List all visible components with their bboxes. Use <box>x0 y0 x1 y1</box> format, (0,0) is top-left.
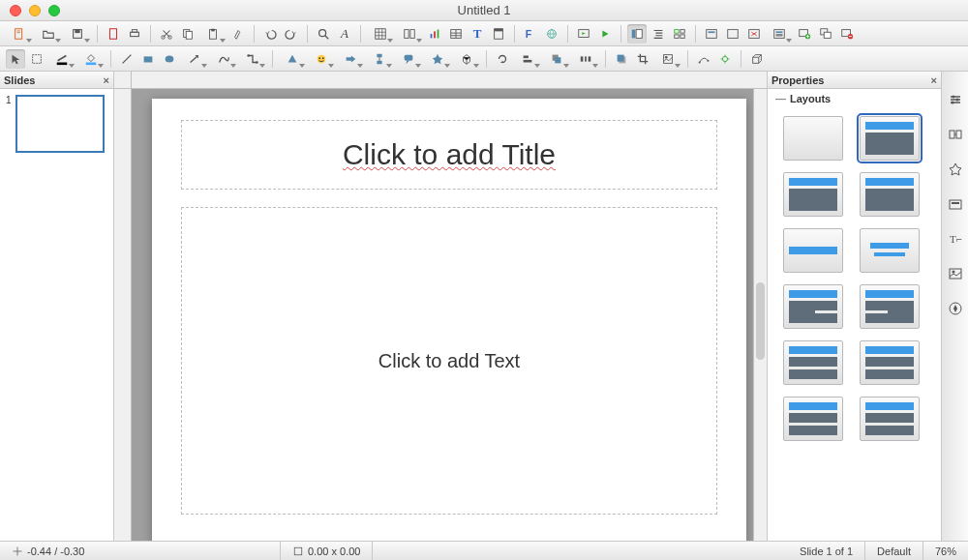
copy-button[interactable] <box>178 24 197 44</box>
vertical-scrollbar[interactable] <box>753 89 767 541</box>
close-window-button[interactable] <box>10 5 21 16</box>
layout-title-content[interactable] <box>860 116 920 161</box>
find-button[interactable] <box>314 24 333 44</box>
basic-shapes-button[interactable] <box>279 49 306 69</box>
clone-format-button[interactable] <box>228 24 248 44</box>
master-use-button[interactable] <box>723 24 742 44</box>
views-outline-button[interactable] <box>649 24 668 44</box>
slide-layout-button[interactable] <box>766 24 793 44</box>
crop-button[interactable] <box>633 49 652 69</box>
line-tool-button[interactable] <box>117 49 136 69</box>
filter-button[interactable] <box>654 49 681 69</box>
layout-two-content-two-header[interactable] <box>860 284 920 329</box>
status-object-size: 0.00 x 0.00 <box>281 542 373 560</box>
status-master-name[interactable]: Default <box>865 542 923 560</box>
master-slide-button[interactable] <box>702 24 721 44</box>
layouts-section-header[interactable]: Layouts <box>768 89 941 108</box>
toggle-points-button[interactable] <box>694 49 713 69</box>
scrollbar-thumb[interactable] <box>756 282 765 360</box>
slides-panel-close-icon[interactable]: × <box>104 74 109 86</box>
ellipse-tool-button[interactable] <box>160 49 179 69</box>
status-zoom[interactable]: 76% <box>923 542 968 560</box>
master-close-button[interactable] <box>744 24 764 44</box>
3d-objects-button[interactable] <box>453 49 480 69</box>
connectors-button[interactable] <box>239 49 266 69</box>
callouts-button[interactable] <box>395 49 422 69</box>
svg-point-82 <box>952 271 954 274</box>
display-grid-button[interactable] <box>367 24 394 44</box>
horizontal-ruler[interactable] <box>132 72 767 89</box>
open-button[interactable] <box>35 24 62 44</box>
save-button[interactable] <box>64 24 91 44</box>
spellcheck-button[interactable]: A <box>335 24 354 44</box>
layout-content-over-two[interactable] <box>783 340 843 385</box>
flowchart-button[interactable] <box>366 49 393 69</box>
layout-centered[interactable] <box>860 228 920 273</box>
paste-button[interactable] <box>199 24 227 44</box>
sidebar-tab-master-icon[interactable] <box>947 195 964 213</box>
vertical-ruler[interactable] <box>114 89 132 541</box>
status-slide-info[interactable]: Slide 1 of 1 <box>788 542 865 560</box>
sidebar-tab-animation-icon[interactable] <box>947 161 964 178</box>
curves-button[interactable] <box>210 49 237 69</box>
fill-color-button[interactable] <box>77 49 105 69</box>
minimize-window-button[interactable] <box>29 5 41 16</box>
sidebar-tab-transitions-icon[interactable] <box>947 126 964 143</box>
stars-button[interactable] <box>424 49 451 69</box>
layout-two-over-content[interactable] <box>860 340 920 385</box>
rectangle-tool-button[interactable] <box>138 49 158 69</box>
sidebar-tab-properties-icon[interactable] <box>947 91 964 108</box>
block-arrows-button[interactable] <box>337 49 364 69</box>
line-color-button[interactable] <box>48 49 76 69</box>
lines-arrows-button[interactable] <box>181 49 208 69</box>
insert-header-footer-button[interactable] <box>489 24 508 44</box>
symbol-shapes-button[interactable] <box>308 49 335 69</box>
layout-blank[interactable] <box>783 116 843 161</box>
properties-panel-close-icon[interactable]: × <box>931 74 937 86</box>
display-views-button[interactable] <box>396 24 423 44</box>
arrange-button[interactable] <box>543 49 570 69</box>
views-sorter-button[interactable] <box>670 24 689 44</box>
new-document-button[interactable] <box>6 24 33 44</box>
slide-thumbnail[interactable]: 1 <box>6 95 107 153</box>
shadow-button[interactable] <box>612 49 631 69</box>
cut-button[interactable] <box>157 24 176 44</box>
insert-text-button[interactable]: T <box>468 24 487 44</box>
glue-points-button[interactable] <box>715 49 735 69</box>
standard-toolbar: A T F <box>0 21 968 46</box>
sidebar-tab-styles-icon[interactable]: T⌐ <box>947 230 964 248</box>
redo-button[interactable] <box>282 24 301 44</box>
layout-grid-six[interactable] <box>860 397 920 441</box>
align-button[interactable] <box>514 49 541 69</box>
insert-hyperlink-button[interactable] <box>542 24 561 44</box>
select-tool-button[interactable] <box>6 49 25 69</box>
layout-two-content-header[interactable] <box>783 284 843 329</box>
start-beginning-button[interactable] <box>574 24 593 44</box>
distribute-button[interactable] <box>572 49 599 69</box>
delete-slide-button[interactable] <box>837 24 857 44</box>
print-button[interactable] <box>125 24 144 44</box>
new-slide-button[interactable] <box>795 24 814 44</box>
zoom-window-button[interactable] <box>48 5 60 16</box>
insert-fontwork-button[interactable]: F <box>521 24 540 44</box>
content-placeholder[interactable]: Click to add Text <box>181 207 717 515</box>
duplicate-slide-button[interactable] <box>816 24 835 44</box>
sidebar-tab-gallery-icon[interactable] <box>947 265 964 282</box>
insert-chart-button[interactable] <box>425 24 444 44</box>
title-placeholder[interactable]: Click to add Title <box>181 120 717 190</box>
sidebar-tab-navigator-icon[interactable] <box>947 300 964 317</box>
views-normal-button[interactable] <box>627 24 647 44</box>
layout-title-content-full[interactable] <box>783 172 843 217</box>
rotate-button[interactable] <box>493 49 512 69</box>
zoom-pan-button[interactable] <box>27 49 46 69</box>
start-current-button[interactable] <box>595 24 615 44</box>
layout-title-two-content[interactable] <box>860 172 920 217</box>
slide-canvas[interactable]: Click to add Title Click to add Text <box>152 99 746 541</box>
layout-grid-four[interactable] <box>783 397 843 441</box>
extrusion-button[interactable] <box>747 49 767 69</box>
undo-button[interactable] <box>260 24 280 44</box>
export-pdf-button[interactable] <box>104 24 123 44</box>
canvas-area[interactable]: Click to add Title Click to add Text <box>132 89 767 541</box>
layout-title-only[interactable] <box>783 228 843 273</box>
insert-table-button[interactable] <box>446 24 466 44</box>
